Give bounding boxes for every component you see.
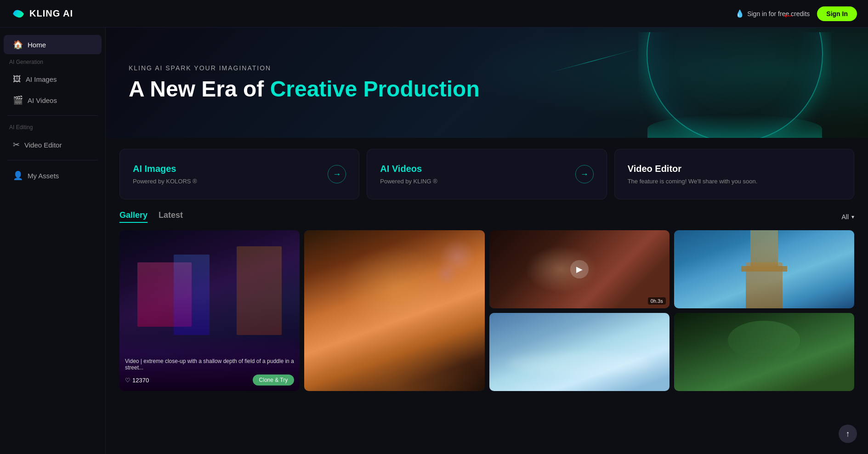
main-content: Kling AI SPARK YOUR IMAGINATION A New Er… [106,28,868,454]
sidebar-divider-2 [7,160,98,160]
hero-title: A New Era of Creative Production [129,77,845,102]
feature-card-ai-videos[interactable]: AI Videos Powered by KLING ® → [367,149,607,199]
feature-card-ai-images-title: AI Images [133,164,197,174]
sidebar-item-my-assets-label: My Assets [28,172,59,180]
gallery-grid: Video | extreme close-up with a shallow … [119,230,854,391]
overlay-text-1: Video | extreme close-up with a shallow … [125,358,294,371]
image-icon: 🖼 [13,74,21,84]
gallery-item-1[interactable]: Video | extreme close-up with a shallow … [119,230,300,391]
like-number-1: 12370 [132,377,149,384]
feature-card-ai-images[interactable]: AI Images Powered by KOLORS ® → [119,149,359,199]
like-count-1: ♡ 12370 [125,377,149,384]
tab-gallery[interactable]: Gallery [119,210,148,223]
gallery-overlay-1: Video | extreme close-up with a shallow … [119,352,300,391]
feature-card-ai-videos-info: AI Videos Powered by KLING ® [380,164,437,185]
feature-card-ai-images-subtitle: Powered by KOLORS ® [133,178,197,185]
gallery-tabs-row: Gallery Latest All ▾ [119,210,854,223]
hero-title-part1: A New Era of [129,77,270,101]
gallery-item-4[interactable] [674,230,854,308]
duration-badge-3: 0h.3s [648,297,666,305]
logo-text: KLING AI [29,8,73,19]
play-button-3[interactable]: ▶ [570,260,589,278]
feature-card-ai-videos-subtitle: Powered by KLING ® [380,178,437,185]
sidebar-item-ai-images-label: AI Images [26,75,57,83]
gallery-tabs: Gallery Latest [119,210,183,223]
feature-card-ai-images-arrow: → [328,165,346,183]
sign-in-free-promo: 💧 Sign in for free credits [735,9,810,18]
hero-subtitle: Kling AI SPARK YOUR IMAGINATION [129,64,845,72]
tab-latest[interactable]: Latest [159,210,183,223]
app-body: 🏠 Home AI Generation 🖼 AI Images 🎬 AI Vi… [0,28,868,454]
gallery-item-5[interactable] [489,313,669,391]
scroll-to-top-button[interactable]: ↑ [839,425,857,443]
header-right: 💧 Sign in for free credits ← Sign In [735,6,857,21]
home-icon: 🏠 [13,40,23,50]
sidebar: 🏠 Home AI Generation 🖼 AI Images 🎬 AI Vi… [0,28,106,454]
feature-card-video-editor-title: Video Editor [628,164,758,174]
sidebar-item-home[interactable]: 🏠 Home [4,35,102,54]
header: KLING AI 💧 Sign in for free credits ← Si… [0,0,868,28]
feature-cards-section: AI Images Powered by KOLORS ® → AI Video… [106,138,868,210]
sidebar-item-video-editor-label: Video Editor [24,141,62,149]
clone-try-button-1[interactable]: Clone & Try [253,375,295,386]
feature-card-video-editor[interactable]: Video Editor The feature is coming! We'l… [614,149,854,199]
gallery-item-3[interactable]: ▶ 0h.3s [489,230,669,308]
feature-card-video-editor-info: Video Editor The feature is coming! We'l… [628,164,758,185]
sidebar-item-video-editor[interactable]: ✂ Video Editor [4,135,102,154]
sidebar-section-ai-editing: AI Editing [0,121,105,133]
gallery-item-6[interactable] [674,313,854,391]
sidebar-item-ai-videos-label: AI Videos [28,96,57,104]
sign-in-free-label: Sign in for free credits [747,10,810,17]
scissors-icon: ✂ [13,140,20,150]
hero-banner: Kling AI SPARK YOUR IMAGINATION A New Er… [106,28,868,138]
sidebar-section-ai-generation: AI Generation [0,56,105,68]
overlay-actions-1: ♡ 12370 Clone & Try [125,375,294,386]
sidebar-item-ai-images[interactable]: 🖼 AI Images [4,70,102,89]
video-icon: 🎬 [13,95,23,105]
logo: KLING AI [11,6,73,21]
gallery-item-2[interactable] [304,230,484,391]
gallery-section: Gallery Latest All ▾ [106,210,868,391]
arrow-annotation: ← [782,8,794,23]
chevron-down-icon: ▾ [851,214,854,220]
feature-card-ai-videos-title: AI Videos [380,164,437,174]
credits-icon: 💧 [735,9,744,18]
sidebar-divider [7,115,98,116]
feature-card-ai-images-info: AI Images Powered by KOLORS ® [133,164,197,185]
logo-icon [11,6,26,21]
feature-card-video-editor-subtitle: The feature is coming! We'll share with … [628,178,758,185]
sidebar-item-my-assets[interactable]: 👤 My Assets [4,166,102,185]
user-icon: 👤 [13,170,23,181]
filter-label: All [841,213,849,221]
hero-title-highlight: Creative Production [270,77,480,101]
heart-icon: ♡ [125,377,130,384]
feature-card-ai-videos-arrow: → [575,165,594,183]
gallery-filter[interactable]: All ▾ [841,213,854,221]
sidebar-item-home-label: Home [28,41,46,49]
sign-in-button[interactable]: Sign In [817,6,857,21]
sidebar-item-ai-videos[interactable]: 🎬 AI Videos [4,91,102,110]
